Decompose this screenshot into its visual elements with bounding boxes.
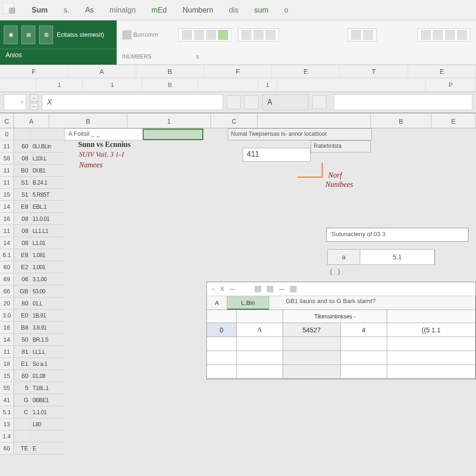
cell-b-20[interactable]: 01.08 [31,370,64,382]
col1-4[interactable]: E [272,65,340,78]
cell-b-19[interactable]: So a.1 [31,358,64,370]
row-num-26[interactable]: 60 [0,443,14,454]
embedded-tool-icon-3[interactable] [290,286,297,292]
menu-item-7[interactable]: sum [251,4,271,16]
eb-1-2[interactable] [283,351,341,364]
eb-1-0[interactable] [207,351,237,364]
row-num-4[interactable]: 11 [0,177,14,188]
row-num-13[interactable]: 66 [0,285,14,297]
embedded-c-04[interactable]: ((5 1.1 [387,323,476,337]
cell-btn-4[interactable] [457,30,467,40]
embedded-sh-1[interactable] [237,310,283,323]
row-num-16[interactable]: 16 [0,322,14,333]
font-btn-4[interactable] [218,30,228,40]
sheet-col-2[interactable]: B [49,113,127,128]
cell-b-13[interactable]: 53.00 [31,285,64,297]
embedded-c-00[interactable]: 0 [207,323,237,337]
embedded-sh-0[interactable] [207,310,237,323]
eb-1-1[interactable] [237,351,283,364]
cell-a-9[interactable]: 08 [14,237,31,249]
cell-b-14[interactable]: 01.L [31,298,64,309]
ribbon-green-btn-3[interactable]: ▥ [39,26,53,44]
embedded-tool-icon-2[interactable] [267,286,273,292]
row-num-12[interactable]: 69 [0,273,14,285]
embedded-tool-icon-1[interactable] [255,286,261,292]
row-num-14[interactable]: 20 [0,298,14,309]
fx-button-2[interactable] [245,95,258,109]
font-btn-1[interactable] [182,30,192,40]
sheet-col-3[interactable]: 1 [127,113,211,128]
cell-a-6[interactable]: E8 [14,201,31,212]
align-btn-1[interactable] [241,30,251,40]
cell-a-26[interactable]: TE [14,443,31,454]
row-num-6[interactable]: 14 [0,201,14,212]
row-num-21[interactable]: 55 [0,382,14,394]
menu-item-3[interactable]: minalgn [107,4,139,16]
eb-0-1[interactable] [237,337,283,350]
cell-a-15[interactable]: E0 [14,310,31,321]
cell-a-12[interactable]: 06 [14,273,31,285]
row-num-10[interactable]: 6.1 [0,249,14,261]
menu-item-5[interactable]: Numbern [180,4,216,16]
result-input[interactable]: 411 [243,148,311,162]
cell-a-24[interactable] [14,418,31,430]
embedded-hdr-1[interactable]: L.Bln [227,296,269,310]
col1-1[interactable]: A [68,65,136,78]
cell-a-21[interactable]: 5 [14,382,31,394]
cell-b-11[interactable]: 1,001 [31,261,64,273]
col2-2[interactable]: 1 [83,78,142,92]
eb-1-3[interactable] [341,351,387,364]
col2-4[interactable] [198,78,258,92]
formula-input[interactable]: X [42,94,223,110]
cell-a-7[interactable]: 08 [14,213,31,225]
formula-display[interactable]: 'Sutunacteny of 03 3 [326,228,469,242]
cell-a-19[interactable]: E1 [14,358,31,370]
eb-2-3[interactable] [341,365,387,378]
row-num-5[interactable]: 15 [0,189,14,200]
row-num-23[interactable]: 5.1 [0,406,14,418]
cell-b-12[interactable]: 3.1.00 [31,273,64,285]
selected-cell-indicator[interactable] [143,129,203,140]
col2-3[interactable]: B [142,78,198,92]
row-num-3[interactable]: 11 [0,165,14,176]
cell-a-1[interactable]: 60 [14,140,31,152]
col1-3[interactable]: F [204,65,272,78]
cell-b-1[interactable]: 0LI.BLin [31,140,64,152]
row-num-18[interactable]: 11 [0,346,14,357]
ribbon-green-btn-2[interactable]: ▤ [21,26,35,44]
col2-6[interactable] [277,78,426,92]
row-num-19[interactable]: 18 [0,358,14,370]
ribbon-green-btn-1[interactable]: ▣ [4,26,18,44]
cell-b-18[interactable]: LL1.L [31,346,64,357]
cell-a-22[interactable]: G [14,394,31,406]
active-cell-indicator[interactable]: A [262,94,309,110]
ribbon-green-bottom[interactable]: Anios [0,49,117,65]
row-num-22[interactable]: 41 [0,394,14,406]
row-num-15[interactable]: 3.0 [0,310,14,321]
col2-5[interactable]: 1 [258,78,277,92]
mini-cell-1[interactable]: 5.1 [360,250,435,264]
col1-5[interactable]: T [340,65,408,78]
eb-2-1[interactable] [237,365,283,378]
cell-a-25[interactable] [14,430,31,442]
menu-item-8[interactable]: o [281,4,291,16]
fx-button[interactable] [227,95,241,109]
col2-7[interactable]: P [426,78,476,92]
row-num-1[interactable]: 11 [0,140,14,152]
col1-2[interactable]: B [136,65,204,78]
col1-0[interactable]: F [0,65,68,78]
row-num-9[interactable]: 14 [0,237,14,249]
cell-a-5[interactable]: 51 [14,189,31,200]
eb-0-0[interactable] [207,337,237,350]
cell-a-2[interactable]: 08 [14,152,31,164]
row-num-17[interactable]: 14 [0,334,14,345]
sheet-col-7[interactable]: E [431,113,476,128]
cell-b-22[interactable]: 0BBE1 [31,394,64,406]
cell-btn-3[interactable] [445,30,455,40]
cell-a-8[interactable]: 08 [14,225,31,237]
row-num-25[interactable]: 1.4 [0,430,14,442]
cell-a-23[interactable]: C [14,406,31,418]
cell-dropdown-icon[interactable] [312,95,326,109]
cell-b-8[interactable]: LL1.L1 [31,225,64,237]
cell-a-17[interactable]: 50 [14,334,31,345]
